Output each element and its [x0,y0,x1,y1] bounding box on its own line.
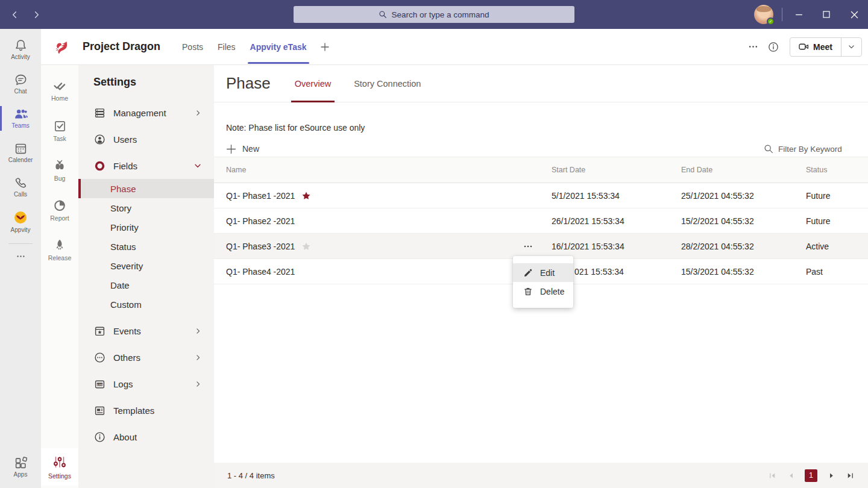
rail-item-appvity[interactable]: Appvity [0,204,41,239]
forward-button[interactable] [29,7,43,22]
context-menu-label: Edit [540,268,555,278]
meet-button[interactable]: Meet [790,38,841,56]
etask-rail-home[interactable]: Home [41,71,78,111]
settings-nav-label: Story [110,203,131,213]
maximize-icon [823,11,830,18]
trash-icon [523,286,533,296]
chevron-left-icon [10,10,19,19]
table-row[interactable]: Q1- Phase2 -2021 26/1/2021 15:53:34 15/2… [214,208,868,234]
settings-nav-label: Date [110,280,130,290]
favorite-star-icon[interactable] [301,242,311,251]
settings-nav-label: Severity [110,261,143,271]
tab-label: Story Connection [354,79,421,89]
tab-files[interactable]: Files [218,29,236,65]
rail-item-calendar[interactable]: Calender [0,136,41,170]
chat-icon [14,74,27,86]
bell-icon [14,39,27,52]
more-options-button[interactable] [744,38,762,56]
users-icon [93,133,105,145]
etask-rail-task[interactable]: Task [41,111,78,151]
context-menu-edit[interactable]: Edit [513,263,573,282]
settings-nav-logs[interactable]: LOG Logs [78,371,214,397]
chevron-right-icon [194,354,202,361]
apps-icon [14,457,27,469]
rail-item-apps[interactable]: Apps [0,450,41,484]
tab-overview[interactable]: Overview [295,65,331,102]
add-tab-button[interactable] [320,42,330,52]
search-icon [379,10,387,19]
settings-nav-management[interactable]: Management [78,99,214,126]
table-row[interactable]: Q1- Phase3 -2021 16/1/2021 15:53:34 28/2… [214,234,868,259]
titlebar: Search or type a command ✓ [0,0,868,29]
etask-rail-report[interactable]: Report [41,190,78,230]
settings-nav-phase[interactable]: Phase [78,179,214,198]
templates-icon [93,404,105,416]
minimize-button[interactable] [785,0,813,29]
fields-icon [93,160,105,172]
end-date: 25/1/2021 04:55:32 [681,191,806,201]
table-row[interactable]: Q1- Phase1 -2021 5/1/2021 15:53:34 25/1/… [214,183,868,208]
start-date: 5/1/2021 15:53:34 [552,191,681,201]
previous-page-button[interactable] [786,471,796,480]
channel-info-button[interactable] [764,38,782,56]
next-page-button[interactable] [826,471,836,480]
meet-dropdown-button[interactable] [841,38,861,56]
phone-icon [14,177,27,189]
settings-nav-events[interactable]: Events [78,318,214,344]
context-menu-delete[interactable]: Delete [513,282,573,301]
last-page-button[interactable] [845,471,855,480]
settings-nav-users[interactable]: Users [78,126,214,152]
rail-item-label: Task [53,135,66,142]
settings-nav-label: Status [110,242,136,252]
command-search-input[interactable]: Search or type a command [294,6,574,23]
first-page-button[interactable] [767,471,777,480]
settings-nav-fields[interactable]: Fields [78,152,214,179]
note-text: Note: Phase list for eSource use only [226,123,365,133]
channel-header: Project Dragon Posts Files Appvity eTask… [41,29,868,65]
etask-rail-settings[interactable]: Settings [41,448,78,486]
settings-nav-templates[interactable]: Templates [78,397,214,424]
rail-item-chat[interactable]: Chat [0,67,41,101]
rail-item-label: Report [50,214,69,222]
settings-nav-about[interactable]: About [78,424,214,450]
settings-nav-date[interactable]: Date [78,275,214,295]
rail-item-teams[interactable]: Teams [0,101,41,136]
avatar[interactable]: ✓ [754,5,773,24]
rail-item-label: Teams [11,122,29,129]
tab-appvity-etask[interactable]: Appvity eTask [250,29,307,65]
tab-posts[interactable]: Posts [182,29,203,65]
maximize-button[interactable] [813,0,840,29]
page-title: Phase [226,74,271,93]
settings-nav-label: Custom [110,299,142,310]
status-value: Past [806,267,868,277]
close-button[interactable] [840,0,868,29]
settings-nav-severity[interactable]: Severity [78,256,214,275]
favorite-star-icon[interactable] [301,191,311,201]
etask-rail-release[interactable]: Release [41,230,78,270]
row-more-button[interactable] [519,234,537,259]
pencil-icon [523,267,533,278]
phase-settings-panel: Phase Overview Story Connection Note: Ph… [214,65,868,488]
rail-item-label: Home [51,95,68,102]
tab-label: Overview [295,79,331,89]
tab-label: Appvity eTask [250,42,307,52]
etask-rail-bug[interactable]: Bug [41,151,78,190]
rail-more-button[interactable] [0,244,41,268]
settings-nav-status[interactable]: Status [78,237,214,256]
column-header-name: Name [226,166,552,174]
filter-keyword-input[interactable] [778,145,854,154]
release-icon [54,239,66,252]
rail-item-calls[interactable]: Calls [0,170,41,204]
rail-item-activity[interactable]: Activity [0,33,41,67]
settings-nav-custom[interactable]: Custom [78,295,214,314]
chevron-down-icon [848,43,855,51]
back-button[interactable] [7,7,22,22]
new-button[interactable]: New [226,144,259,154]
tab-story-connection[interactable]: Story Connection [354,65,421,102]
settings-nav-others[interactable]: Others [78,344,214,371]
plus-icon [226,144,236,154]
meet-split-button: Meet [790,37,862,57]
settings-nav-story[interactable]: Story [78,198,214,217]
settings-nav-priority[interactable]: Priority [78,217,214,237]
current-page-button[interactable]: 1 [805,469,817,482]
